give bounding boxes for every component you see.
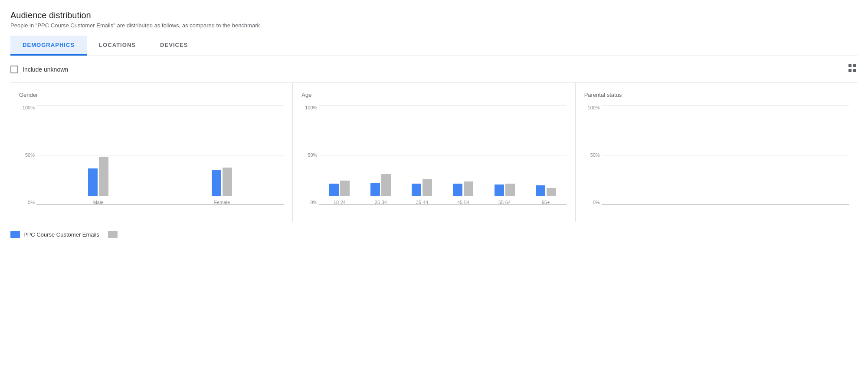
svg-rect-1 (853, 64, 856, 67)
y-label-0: 0% (19, 200, 35, 205)
male-gray-bar (99, 157, 108, 196)
y-label-100: 100% (19, 105, 35, 110)
parental-status-chart-area: 100% 50% 0% (584, 105, 849, 218)
age-baseline (319, 204, 566, 205)
gender-bar-female: Female (212, 168, 232, 205)
age-65plus-blue (536, 185, 545, 196)
parental-baseline (602, 204, 849, 205)
gender-chart-title: Gender (19, 92, 284, 98)
parental-status-chart-panel: Parental status 100% 50% 0% (576, 83, 858, 222)
age-bar-65plus: 65+ (536, 185, 556, 205)
age-bar-4554: 45-54 (453, 181, 473, 205)
age-5564-blue (495, 184, 504, 196)
charts-section: Gender 100% 50% 0% (10, 83, 858, 222)
page-subtitle: People in "PPC Course Customer Emails" a… (10, 22, 858, 29)
age-4554-blue (453, 184, 462, 196)
age-bars: 18-24 25-34 35-44 (319, 105, 566, 205)
age-y-label-0: 0% (301, 200, 317, 205)
parental-grid-top (602, 105, 849, 105)
svg-rect-3 (853, 69, 856, 72)
gender-bar-male: Male (88, 157, 108, 205)
tab-devices[interactable]: DEVICES (148, 36, 200, 56)
parental-y-label-50: 50% (584, 152, 600, 158)
female-gray-bar (223, 168, 232, 196)
table-view-icon[interactable] (847, 63, 858, 76)
include-unknown-text: Include unknown (23, 66, 68, 73)
parental-grid (602, 105, 849, 205)
age-bar-5564: 55-64 (495, 184, 515, 205)
include-unknown-label[interactable]: Include unknown (10, 66, 68, 73)
include-unknown-checkbox[interactable] (10, 66, 18, 73)
legend-row: PPC Course Customer Emails (10, 226, 858, 238)
parental-y-axis: 100% 50% 0% (584, 105, 600, 205)
age-bar-3544: 35-44 (412, 179, 432, 205)
parental-status-chart-title: Parental status (584, 92, 849, 98)
tab-demographics[interactable]: DEMOGRAPHICS (10, 36, 87, 56)
svg-rect-0 (848, 64, 852, 67)
age-y-label-100: 100% (301, 105, 317, 110)
age-5564-gray (505, 184, 515, 196)
age-65plus-gray (547, 188, 556, 196)
age-chart-panel: Age 100% 50% 0% (293, 83, 575, 222)
age-2534-gray (381, 174, 391, 196)
gender-y-axis: 100% 50% 0% (19, 105, 35, 205)
gender-chart-area: 100% 50% 0% Ma (19, 105, 284, 218)
parental-y-label-0: 0% (584, 200, 600, 205)
parental-y-label-100: 100% (584, 105, 600, 110)
page-title: Audience distribution (10, 10, 858, 20)
age-y-label-50: 50% (301, 152, 317, 158)
parental-grid-mid (602, 155, 849, 155)
y-label-50: 50% (19, 152, 35, 158)
legend-audience-label: PPC Course Customer Emails (23, 231, 99, 238)
age-bar-2534: 25-34 (370, 174, 391, 205)
age-3544-gray (423, 179, 432, 196)
gender-chart-panel: Gender 100% 50% 0% (10, 83, 293, 222)
female-blue-bar (212, 170, 221, 196)
legend-audience-color (10, 231, 20, 238)
age-bar-1824: 18-24 (329, 181, 350, 205)
age-3544-blue (412, 184, 421, 196)
svg-rect-2 (848, 69, 852, 72)
age-1824-blue (329, 184, 339, 196)
age-y-axis: 100% 50% 0% (301, 105, 317, 205)
male-blue-bar (88, 168, 98, 196)
age-4554-gray (464, 181, 473, 196)
controls-row: Include unknown (10, 56, 858, 83)
gender-baseline (36, 204, 284, 205)
age-1824-gray (340, 181, 350, 196)
age-chart-title: Age (301, 92, 566, 98)
tabs-row: DEMOGRAPHICS LOCATIONS DEVICES (10, 36, 858, 56)
age-chart-area: 100% 50% 0% 18 (301, 105, 566, 218)
tab-locations[interactable]: LOCATIONS (87, 36, 148, 56)
legend-benchmark-color (108, 231, 118, 238)
age-2534-blue (370, 183, 380, 196)
gender-bars: Male Female (36, 105, 284, 205)
